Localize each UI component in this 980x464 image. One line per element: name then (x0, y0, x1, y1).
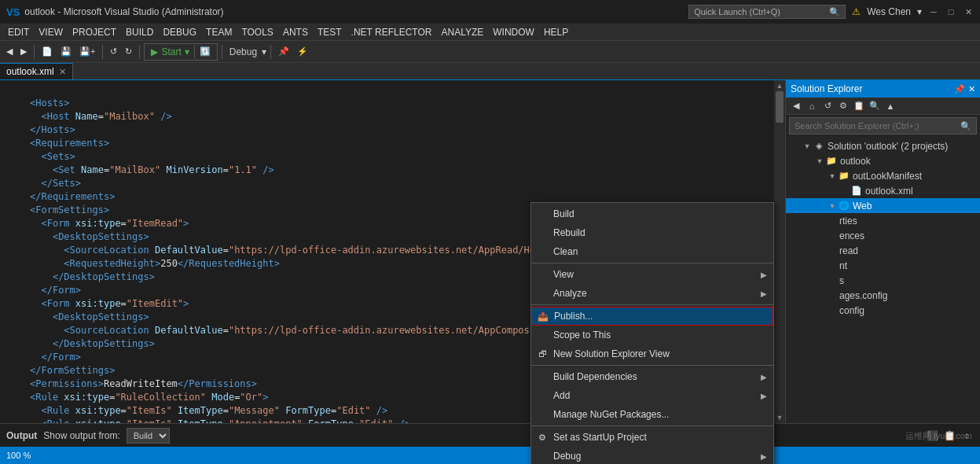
scroll-thumb[interactable] (776, 91, 784, 123)
ctx-sep-2 (531, 304, 773, 305)
ctx-build-deps[interactable]: Build Dependencies ▶ (531, 367, 773, 386)
tree-config[interactable]: config (786, 303, 980, 318)
toolbar-extra2-btn[interactable]: ⚡ (294, 43, 311, 61)
ctx-new-solution-view[interactable]: 🗗 New Solution Explorer View (531, 344, 773, 363)
tab-outlook-xml[interactable]: outlook.xml ✕ (0, 63, 73, 79)
editor-scrollbar[interactable]: ▲ ▼ (774, 80, 785, 423)
menu-item-test[interactable]: TEST (313, 25, 347, 39)
menu-item-edit[interactable]: EDIT (3, 25, 34, 39)
maximize-button[interactable]: □ (945, 6, 956, 17)
se-pin-btn[interactable]: 📌 (954, 84, 965, 94)
xml-file-icon: 📄 (850, 185, 863, 197)
toolbar-sep-2 (102, 45, 103, 59)
se-props-btn[interactable]: 📋 (852, 99, 866, 113)
ctx-debug[interactable]: Debug ▶ (531, 447, 773, 464)
ctx-scope[interactable]: Scope to This (531, 326, 773, 344)
clean-icon (536, 245, 549, 258)
tree-ages-config[interactable]: ages.config (786, 288, 980, 303)
view-icon (536, 268, 549, 281)
menu-item-analyze[interactable]: ANALYZE (436, 25, 488, 39)
output-label: Output (6, 430, 37, 441)
toolbar-save-all-btn[interactable]: 💾+ (76, 43, 98, 61)
tree-outlook-xml[interactable]: 📄 outlook.xml (786, 183, 980, 198)
se-search-input[interactable] (795, 121, 960, 131)
rebuild-icon (536, 226, 549, 239)
search-box[interactable]: Quick Launch (Ctrl+Q) 🔍 (688, 5, 846, 19)
debug-dropdown-icon[interactable]: ▾ (262, 46, 266, 57)
toolbar-undo-btn[interactable]: ↺ (107, 43, 120, 61)
se-header-btns: 📌 ✕ (954, 84, 975, 94)
toolbar-file-btn[interactable]: 📄 (39, 43, 56, 61)
menu-item-debug[interactable]: DEBUG (158, 25, 201, 39)
scroll-up-btn[interactable]: ▲ (774, 80, 785, 91)
ctx-sep-3 (531, 365, 773, 366)
tree-rties[interactable]: rties (786, 213, 980, 228)
scroll-down-btn[interactable]: ▼ (774, 412, 785, 423)
start-button[interactable]: ▶ Start ▾ 🔃 (144, 43, 217, 61)
se-search-icon: 🔍 (960, 121, 971, 131)
se-search-box[interactable]: 🔍 (789, 117, 977, 134)
ctx-nuget[interactable]: Manage NuGet Packages... (531, 405, 773, 424)
add-icon (536, 389, 549, 402)
view-arrow-icon: ▶ (761, 271, 767, 279)
tab-close-btn[interactable]: ✕ (59, 67, 66, 77)
tree-ences[interactable]: ences (786, 228, 980, 243)
menu-item-.net-reflector[interactable]: .NET REFLECTOR (347, 25, 437, 39)
menu-item-window[interactable]: WINDOW (488, 25, 539, 39)
main-layout: <Hosts> <Host Name="Mailbox" /> </Hosts>… (0, 80, 980, 423)
ctx-analyze[interactable]: Analyze ▶ (531, 284, 773, 303)
user-dropdown-icon[interactable]: ▾ (917, 6, 922, 17)
se-collapse-btn[interactable]: ▲ (883, 99, 897, 113)
ctx-clean[interactable]: Clean (531, 242, 773, 261)
ctx-startup[interactable]: ⚙ Set as StartUp Project (531, 428, 773, 447)
window-title: outlook - Microsoft Visual Studio (Admin… (24, 6, 223, 17)
line-numbers (0, 80, 24, 87)
toolbar-redo-btn[interactable]: ↻ (122, 43, 135, 61)
menu-item-view[interactable]: VIEW (34, 25, 68, 39)
start-dropdown-icon[interactable]: ▾ (185, 46, 189, 57)
toolbar-forward-btn[interactable]: ▶ (17, 43, 30, 61)
se-home-btn[interactable]: ⌂ (805, 99, 819, 113)
se-header: Solution Explorer 📌 ✕ (786, 80, 980, 98)
minimize-button[interactable]: ─ (928, 6, 939, 17)
web-icon: 🌐 (838, 200, 850, 212)
build-deps-icon (536, 370, 549, 383)
tree-read[interactable]: read (786, 243, 980, 258)
se-refresh-btn[interactable]: ↺ (820, 99, 835, 113)
tree-solution[interactable]: ▼ ◈ Solution 'outlook' (2 projects) (786, 138, 980, 153)
se-settings-btn[interactable]: ⚙ (836, 99, 850, 113)
tree-nt[interactable]: nt (786, 258, 980, 273)
context-menu: Build Rebuild Clean View ▶ Analyze ▶ 📤 P… (530, 202, 774, 464)
tree-s[interactable]: s (786, 273, 980, 288)
ctx-publish[interactable]: 📤 Publish... (531, 307, 773, 326)
toolbar-extra-btn[interactable]: 📌 (275, 43, 292, 61)
menu-item-help[interactable]: HELP (539, 25, 573, 39)
toolbar-sep-4 (222, 45, 222, 59)
output-source-select[interactable]: Build (127, 428, 170, 444)
menu-item-project[interactable]: PROJECT (68, 25, 121, 39)
status-bar: 100 % 运维网 iyunv.com (0, 447, 980, 464)
ctx-add[interactable]: Add ▶ (531, 386, 773, 405)
close-button[interactable]: ✕ (963, 6, 974, 17)
ctx-build[interactable]: Build (531, 204, 773, 223)
tree-outlookmanifest[interactable]: ▼ 📁 outLookManifest (786, 168, 980, 183)
menu-item-team[interactable]: TEAM (201, 25, 237, 39)
toolbar-back-btn[interactable]: ◀ (3, 43, 16, 61)
menu-item-ants[interactable]: ANTS (278, 25, 313, 39)
show-output-label: Show output from: (43, 430, 119, 441)
menu-item-tools[interactable]: TOOLS (237, 25, 277, 39)
ctx-view[interactable]: View ▶ (531, 265, 773, 284)
title-left: VS outlook - Microsoft Visual Studio (Ad… (6, 6, 224, 18)
se-close-btn[interactable]: ✕ (968, 84, 975, 94)
menu-item-build[interactable]: BUILD (121, 25, 158, 39)
watermark-brand: 运维网 iyunv.com (905, 430, 972, 442)
se-tree: ▼ ◈ Solution 'outlook' (2 projects) ▼ 📁 … (786, 137, 980, 423)
tree-outlook[interactable]: ▼ 📁 outlook (786, 153, 980, 168)
tree-web[interactable]: ▼ 🌐 Web (786, 198, 980, 213)
toolbar-save-btn[interactable]: 💾 (57, 43, 75, 61)
se-back-btn[interactable]: ◀ (789, 99, 803, 113)
ctx-rebuild[interactable]: Rebuild (531, 223, 773, 242)
warning-icon: ⚠ (852, 6, 861, 17)
debug-label: Debug (226, 46, 260, 57)
se-filter-btn[interactable]: 🔍 (868, 99, 882, 113)
